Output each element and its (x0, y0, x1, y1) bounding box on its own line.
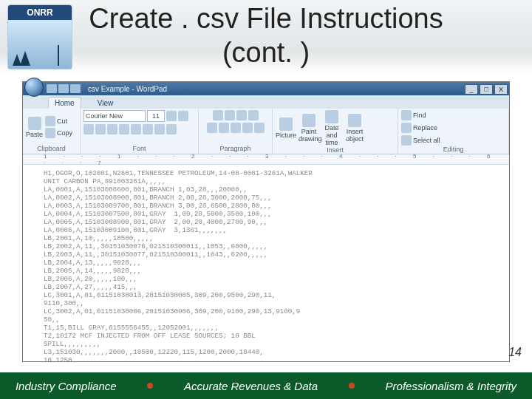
ruler: 1 · · · 1 · · · 2 · · · 3 · · · 4 · · · … (23, 154, 509, 165)
increase-indent-button[interactable] (225, 110, 235, 120)
select-all-button[interactable]: Select all (401, 135, 440, 146)
wordpad-screenshot: csv Example - WordPad _ □ X Home View Pa… (22, 81, 510, 362)
underline-button[interactable] (107, 124, 117, 134)
footer-dot-icon (147, 383, 153, 389)
align-right-button[interactable] (231, 123, 241, 133)
close-button[interactable]: X (494, 84, 508, 95)
italic-button[interactable] (95, 124, 106, 134)
paste-label: Paste (26, 131, 43, 138)
paragraph-dialog-button[interactable] (254, 123, 265, 133)
paint-icon (302, 114, 316, 127)
footer-bar: Industry Compliance Accurate Revenues & … (0, 372, 532, 399)
footer-dot-icon (349, 383, 355, 389)
find-icon (401, 110, 412, 120)
replace-icon (401, 123, 412, 133)
group-font: Courier New 11 (81, 109, 199, 154)
scissors-icon (45, 116, 55, 126)
find-button[interactable]: Find (401, 110, 426, 120)
document-text-area[interactable]: H1,OGOR,O,102001,N2601,TENNESSEE PETROLE… (23, 165, 509, 361)
calendar-icon (325, 110, 338, 123)
tab-view[interactable]: View (92, 98, 120, 109)
slide-subtitle: (cont. ) (0, 37, 532, 69)
tab-home[interactable]: Home (48, 97, 81, 109)
ribbon: Paste Cut Copy Clipboard Courier New 11 (23, 109, 509, 154)
decrease-indent-button[interactable] (213, 110, 223, 120)
qat-save-icon[interactable] (47, 84, 57, 93)
picture-icon (279, 117, 293, 131)
subscript-button[interactable] (131, 124, 141, 134)
align-center-button[interactable] (219, 123, 229, 133)
group-insert: Picture Paint drawing Date and time Inse… (273, 109, 398, 154)
group-editing: Find Replace Select all Editing (398, 109, 509, 154)
footer-center: Accurate Revenues & Data (184, 380, 318, 392)
font-size-select[interactable]: 11 (147, 110, 165, 122)
insert-paint-button[interactable]: Paint drawing (299, 114, 319, 143)
minimize-button[interactable]: _ (465, 84, 478, 95)
paste-icon (28, 117, 41, 130)
bullets-button[interactable] (236, 110, 247, 120)
line-spacing-button[interactable] (248, 110, 259, 120)
maximize-button[interactable]: □ (480, 84, 493, 95)
font-family-select[interactable]: Courier New (83, 110, 146, 122)
footer-right: Professionalism & Integrity (386, 380, 517, 392)
align-left-button[interactable] (207, 123, 217, 133)
copy-button[interactable]: Copy (45, 128, 72, 138)
highlight-button[interactable] (166, 124, 177, 134)
qat-undo-icon[interactable] (58, 84, 69, 93)
footer-left: Industry Compliance (16, 380, 117, 392)
strike-button[interactable] (119, 124, 129, 134)
window-title: csv Example - WordPad (88, 85, 167, 93)
ribbon-tabs: Home View (23, 95, 509, 109)
justify-button[interactable] (242, 123, 253, 133)
window-titlebar: csv Example - WordPad _ □ X (23, 82, 509, 95)
grow-font-icon[interactable] (166, 111, 177, 121)
superscript-button[interactable] (143, 124, 153, 134)
paste-button[interactable]: Paste (26, 117, 43, 138)
shrink-font-icon[interactable] (178, 111, 188, 121)
replace-button[interactable]: Replace (401, 123, 437, 133)
bold-button[interactable] (83, 124, 94, 134)
slide-number: 14 (508, 346, 522, 359)
slide-title: Create . csv File Instructions (0, 3, 532, 35)
insert-object-button[interactable]: Insert object (344, 114, 365, 143)
copy-icon (45, 128, 55, 138)
qat-redo-icon[interactable] (70, 84, 81, 93)
text-color-button[interactable] (154, 124, 165, 134)
group-clipboard: Paste Cut Copy Clipboard (23, 109, 81, 154)
app-menu-orb[interactable] (24, 78, 44, 97)
insert-picture-button[interactable]: Picture (276, 117, 296, 139)
object-icon (348, 114, 361, 127)
select-all-icon (401, 135, 412, 146)
group-paragraph: Paragraph (199, 109, 273, 154)
insert-datetime-button[interactable]: Date and time (321, 110, 342, 146)
cut-button[interactable]: Cut (45, 116, 67, 126)
